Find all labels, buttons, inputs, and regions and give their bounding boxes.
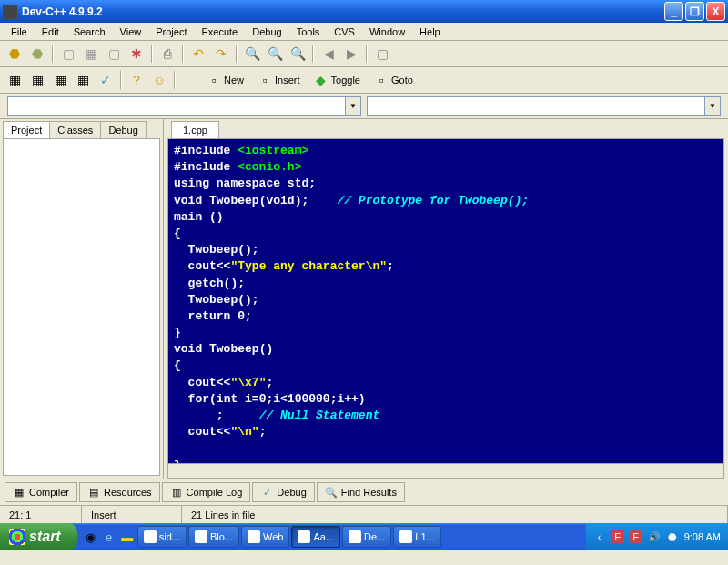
tab-compile-log[interactable]: ▥Compile Log — [162, 482, 251, 502]
minimize-button[interactable]: _ — [664, 2, 683, 21]
tray-shield-icon[interactable]: ⬣ — [666, 530, 679, 543]
close-button[interactable]: X — [706, 2, 725, 21]
start-button[interactable]: start — [0, 523, 77, 550]
separator — [52, 45, 54, 63]
resources-icon: ▤ — [87, 486, 100, 499]
dropdown-icon: ▼ — [704, 97, 720, 115]
help-icon[interactable]: ? — [126, 70, 147, 90]
app-icon — [248, 530, 260, 543]
goto-button[interactable]: ▫Goto — [369, 71, 419, 89]
separator — [312, 45, 314, 63]
system-tray: ‹ F F 🔊 ⬣ 9:08 AM — [586, 523, 728, 550]
new-button[interactable]: ▫New — [201, 71, 249, 89]
tray-clock[interactable]: 9:08 AM — [684, 531, 721, 542]
taskbar-item[interactable]: L1... — [393, 526, 440, 548]
about-icon[interactable]: ☺ — [149, 70, 169, 90]
project-tree[interactable] — [3, 138, 160, 476]
shield1-icon[interactable]: ⬣ — [5, 44, 25, 64]
menu-file[interactable]: File — [4, 25, 35, 39]
menu-tools[interactable]: Tools — [289, 25, 328, 39]
tray-app1-icon[interactable]: F — [612, 530, 624, 543]
colorgrid4-icon[interactable]: ▦ — [73, 70, 93, 90]
check-icon[interactable]: ✓ — [96, 70, 116, 90]
colorgrid3-icon[interactable]: ▦ — [50, 70, 70, 90]
config-icon[interactable]: ✱ — [126, 44, 147, 64]
quick-launch: ◉ e ▬ sid...Blo...WebAa...De...L1... — [77, 526, 586, 548]
ql-ie-icon[interactable]: e — [101, 529, 117, 545]
tray-volume-icon[interactable]: 🔊 — [648, 530, 661, 543]
bottom-tabs: ▦Compiler ▤Resources ▥Compile Log ✓Debug… — [0, 479, 728, 505]
menu-view[interactable]: View — [113, 25, 149, 39]
redo-icon[interactable]: ↷ — [211, 44, 231, 64]
taskbar-item[interactable]: Aa... — [291, 526, 340, 548]
tab-compiler[interactable]: ▦Compiler — [5, 482, 77, 502]
separator — [366, 45, 368, 63]
window-title: Dev-C++ 4.9.9.2 — [22, 5, 664, 18]
square2-icon[interactable]: ▢ — [104, 44, 124, 64]
grid-icon[interactable]: ▦ — [81, 44, 101, 64]
windows-logo-icon — [9, 529, 25, 545]
dropdown-icon: ▼ — [345, 97, 360, 115]
window-titlebar: Dev-C++ 4.9.9.2 _ ❐ X — [0, 0, 728, 23]
tab-find-results[interactable]: 🔍Find Results — [317, 482, 405, 502]
left-panel: Project Classes Debug — [0, 119, 164, 479]
menu-search[interactable]: Search — [66, 25, 113, 39]
taskbar-item[interactable]: sid... — [137, 526, 187, 548]
menu-execute[interactable]: Execute — [194, 25, 245, 39]
tab-debug-bottom[interactable]: ✓Debug — [252, 482, 314, 502]
status-mode: Insert — [82, 506, 182, 523]
separator — [174, 71, 176, 89]
find-icon[interactable]: 🔍 — [242, 44, 262, 64]
findnext-icon[interactable]: 🔍 — [288, 44, 308, 64]
menu-help[interactable]: Help — [412, 25, 448, 39]
app-icon — [399, 530, 412, 543]
replace-icon[interactable]: 🔍 — [265, 44, 285, 64]
colorgrid2-icon[interactable]: ▦ — [27, 70, 47, 90]
editor-area: 1.cpp #include <iostream> #include <coni… — [164, 119, 728, 479]
tab-classes[interactable]: Classes — [49, 121, 101, 138]
horizontal-scrollbar[interactable] — [167, 464, 724, 479]
tab-debug[interactable]: Debug — [100, 121, 146, 138]
shield2-icon[interactable]: ⬣ — [27, 44, 47, 64]
menu-debug[interactable]: Debug — [245, 25, 288, 39]
box-icon[interactable]: ▢ — [372, 44, 392, 64]
method-combo[interactable]: ▼ — [367, 96, 721, 116]
tray-app2-icon[interactable]: F — [630, 530, 642, 543]
separator — [236, 45, 238, 63]
nav-fwd-icon[interactable]: ▶ — [341, 44, 361, 64]
statusbar: 21: 1 Insert 21 Lines in file — [0, 505, 728, 523]
colorgrid1-icon[interactable]: ▦ — [5, 70, 25, 90]
compiler-icon: ▦ — [13, 486, 25, 499]
nav-back-icon[interactable]: ◀ — [318, 44, 339, 64]
insert-icon: ▫ — [258, 73, 272, 87]
undo-icon[interactable]: ↶ — [188, 44, 208, 64]
menu-edit[interactable]: Edit — [35, 25, 66, 39]
tab-resources[interactable]: ▤Resources — [79, 482, 160, 502]
app-icon — [195, 530, 207, 543]
new-icon: ▫ — [207, 73, 221, 87]
menu-project[interactable]: Project — [148, 25, 194, 39]
taskbar-item[interactable]: Web — [241, 526, 289, 548]
taskbar-item[interactable]: De... — [342, 526, 391, 548]
toggle-icon: ◆ — [314, 73, 329, 87]
tab-project[interactable]: Project — [3, 121, 50, 138]
taskbar-item[interactable]: Blo... — [188, 526, 239, 548]
tray-chevron-icon[interactable]: ‹ — [593, 530, 606, 543]
maximize-button[interactable]: ❐ — [685, 2, 704, 21]
code-editor[interactable]: #include <iostream> #include <conio.h> u… — [167, 138, 724, 464]
insert-button[interactable]: ▫Insert — [252, 71, 306, 89]
print-icon[interactable]: ⎙ — [157, 44, 177, 64]
class-combo[interactable]: ▼ — [7, 96, 361, 116]
ql-folder-icon[interactable]: ▬ — [119, 529, 136, 545]
menu-window[interactable]: Window — [362, 25, 412, 39]
editor-tab-1cpp[interactable]: 1.cpp — [171, 121, 219, 138]
toggle-button[interactable]: ◆Toggle — [308, 71, 366, 89]
menu-cvs[interactable]: CVS — [327, 25, 362, 39]
toolbar-2: ▦ ▦ ▦ ▦ ✓ ? ☺ ▫New ▫Insert ◆Toggle ▫Goto — [0, 67, 728, 94]
ql-chrome-icon[interactable]: ◉ — [83, 529, 99, 545]
goto-icon: ▫ — [374, 73, 389, 87]
square1-icon[interactable]: ▢ — [58, 44, 78, 64]
status-position: 21: 1 — [0, 506, 82, 523]
log-icon: ▥ — [170, 486, 183, 499]
app-icon — [298, 530, 310, 543]
